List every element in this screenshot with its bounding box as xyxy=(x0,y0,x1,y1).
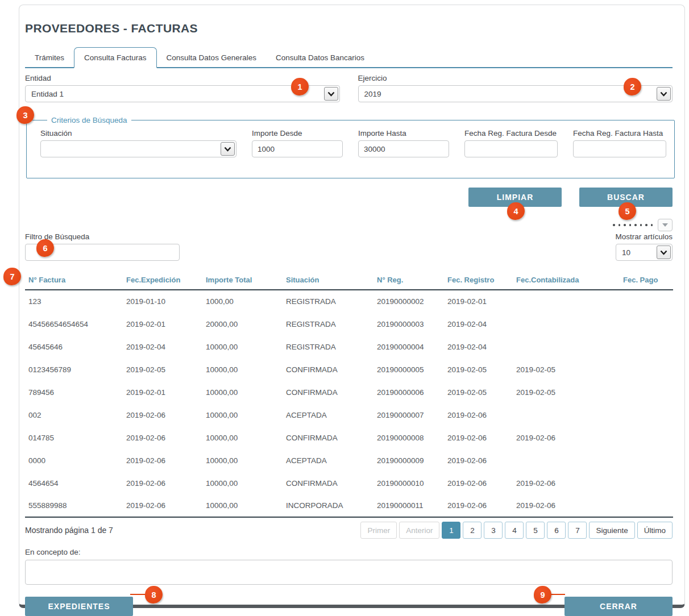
table-cell: 4564654 xyxy=(25,472,123,494)
table-row: 456456462019-02-0410000,00REGISTRADA2019… xyxy=(25,335,673,358)
table-cell: CONFIRMADA xyxy=(283,358,373,381)
table-cell xyxy=(620,313,673,335)
callout-badge-2: 2 xyxy=(624,78,641,95)
table-cell xyxy=(513,403,620,426)
table-cell: 555889988 xyxy=(25,494,123,517)
table-cell: 20190000005 xyxy=(373,358,444,381)
pagination-button-5[interactable]: 5 xyxy=(526,522,545,539)
cerrar-button[interactable]: CERRAR xyxy=(565,597,673,616)
fecha-reg-desde-input[interactable] xyxy=(464,140,558,157)
situacion-select[interactable] xyxy=(40,140,236,157)
tab-consulta-datos-bancarios[interactable]: Consulta Datos Bancarios xyxy=(266,48,374,67)
table-cell xyxy=(513,290,620,313)
dots-dropdown-button[interactable] xyxy=(658,219,673,231)
table-cell: 2019-02-01 xyxy=(123,313,202,335)
callout-badge-4: 4 xyxy=(507,202,525,220)
table-cell xyxy=(620,494,673,517)
column-header: Fec. Registro xyxy=(444,272,513,290)
mostrar-articulos-select[interactable]: 10 xyxy=(616,244,673,261)
table-cell: 2019-02-06 xyxy=(444,426,513,449)
table-cell: 002 xyxy=(25,403,123,426)
fecha-reg-hasta-input[interactable] xyxy=(573,140,666,157)
column-header: Situación xyxy=(283,272,373,290)
concepto-textarea[interactable] xyxy=(25,560,673,585)
table-cell: 2019-02-06 xyxy=(444,403,513,426)
table-row: 7894562019-02-0110000,00CONFIRMADA201900… xyxy=(25,381,673,403)
table-cell xyxy=(620,381,673,403)
table-cell xyxy=(513,313,620,335)
mostrar-articulos-value: 10 xyxy=(622,248,630,257)
table-cell: REGISTRADA xyxy=(283,335,373,358)
callout-badge-9: 9 xyxy=(534,586,551,603)
pagination-button-1[interactable]: 1 xyxy=(442,522,460,539)
ejercicio-select-value: 2019 xyxy=(364,90,381,98)
fecha-reg-hasta-field: Fecha Reg. Factura Hasta xyxy=(573,129,666,157)
dot-icon xyxy=(640,224,642,226)
pagination-button-4[interactable]: 4 xyxy=(505,522,524,539)
dot-icon xyxy=(619,224,621,226)
callout-badge-6: 6 xyxy=(36,239,54,257)
table-cell xyxy=(620,449,673,472)
table-cell: 1000,00 xyxy=(202,290,283,313)
table-cell: 10000,00 xyxy=(202,494,283,517)
entidad-select-value: Entidad 1 xyxy=(31,90,64,98)
mostrar-articulos-label: Mostrar artículos xyxy=(615,232,673,241)
table-cell: 10000,00 xyxy=(202,449,283,472)
table-cell xyxy=(620,290,673,313)
table-cell: 123 xyxy=(25,290,123,313)
table-cell xyxy=(620,472,673,494)
proveedores-facturas-panel: PROVEEDORES - FACTURAS Trámites Consulta… xyxy=(19,5,685,608)
paging-dots xyxy=(613,224,653,226)
table-cell xyxy=(513,449,620,472)
tab-bar: Trámites Consulta Facturas Consulta Dato… xyxy=(25,47,673,68)
tab-tramites[interactable]: Trámites xyxy=(25,48,74,67)
column-header: Fec. Pago xyxy=(620,272,673,290)
importe-desde-input[interactable] xyxy=(252,140,343,157)
expedientes-button[interactable]: EXPEDIENTES xyxy=(25,597,133,616)
table-cell: 2019-02-06 xyxy=(444,472,513,494)
table-cell: 2019-02-05 xyxy=(444,358,513,381)
callout-badge-1: 1 xyxy=(291,78,309,95)
table-cell: 2019-02-06 xyxy=(123,472,202,494)
table-cell: 20190000009 xyxy=(373,449,444,472)
invoice-table: N° FacturaFec.ExpediciónImporte TotalSit… xyxy=(25,272,673,518)
page-title: PROVEEDORES - FACTURAS xyxy=(25,22,673,35)
pagination-button-7[interactable]: 7 xyxy=(568,522,587,539)
criterios-busqueda-legend: Criterios de Búsqueda xyxy=(47,116,131,124)
pagination-button-2[interactable]: 2 xyxy=(463,522,482,539)
situacion-label: Situación xyxy=(40,129,236,138)
tab-consulta-facturas[interactable]: Consulta Facturas xyxy=(74,47,157,68)
table-cell: 20190000006 xyxy=(373,381,444,403)
table-cell: 20190000004 xyxy=(373,335,444,358)
pagination-button-anterior: Anterior xyxy=(399,522,439,539)
pagination-button-último[interactable]: Último xyxy=(637,522,673,539)
pagination-button-6[interactable]: 6 xyxy=(547,522,566,539)
table-cell: 0000 xyxy=(25,449,123,472)
table-cell: 10000,00 xyxy=(202,472,283,494)
table-header-row: N° FacturaFec.ExpediciónImporte TotalSit… xyxy=(25,272,673,290)
table-row: 45646542019-02-0610000,00CONFIRMADA20190… xyxy=(25,472,673,494)
table-cell: 2019-02-06 xyxy=(444,494,513,517)
mostrar-articulos-field: Mostrar artículos 10 xyxy=(616,232,673,261)
table-cell: 10000,00 xyxy=(202,335,283,358)
table-cell: CONFIRMADA xyxy=(283,472,373,494)
table-cell: 2019-02-04 xyxy=(123,335,202,358)
table-cell: 2019-02-06 xyxy=(513,472,620,494)
fecha-reg-hasta-label: Fecha Reg. Factura Hasta xyxy=(573,129,666,138)
table-cell: 20190000002 xyxy=(373,290,444,313)
pagination-button-3[interactable]: 3 xyxy=(484,522,503,539)
tab-consulta-datos-generales[interactable]: Consulta Datos Generales xyxy=(157,48,266,67)
pagination-status: Mostrando página 1 de 7 xyxy=(25,526,113,535)
callout-badge-8: 8 xyxy=(145,586,163,603)
importe-desde-field: Importe Desde xyxy=(252,129,343,157)
table-cell: 2019-02-04 xyxy=(444,313,513,335)
table-cell: CONFIRMADA xyxy=(283,381,373,403)
table-row: 454566546546542019-02-0120000,00REGISTRA… xyxy=(25,313,673,335)
importe-hasta-input[interactable] xyxy=(358,140,449,157)
table-cell: 2019-02-06 xyxy=(123,403,202,426)
table-cell xyxy=(620,358,673,381)
column-header: N° Factura xyxy=(25,272,123,290)
pagination-button-siguiente[interactable]: Siguiente xyxy=(589,522,634,539)
table-cell: 10000,00 xyxy=(202,358,283,381)
callout-badge-5: 5 xyxy=(619,202,636,220)
